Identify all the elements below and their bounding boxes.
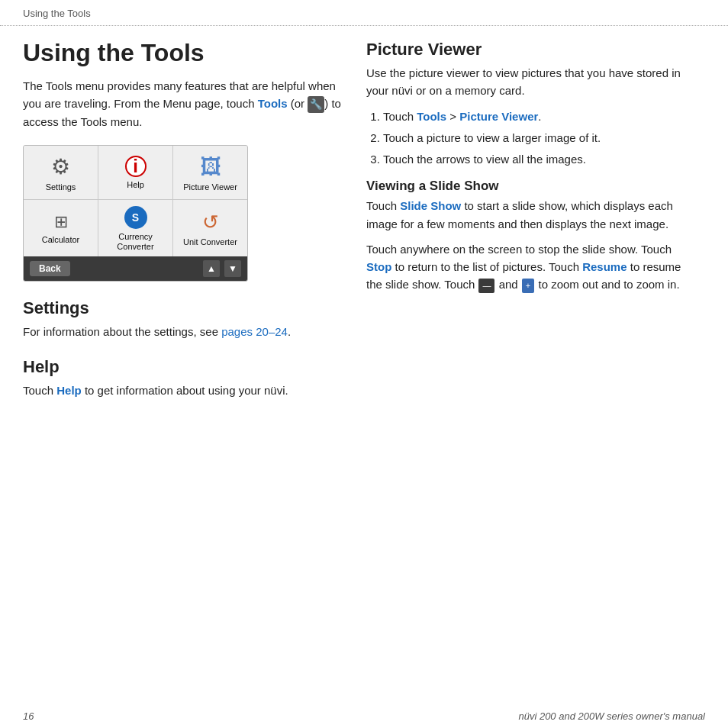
step1-picture-link[interactable]: Picture Viewer	[459, 110, 538, 123]
footer: 16 nüvi 200 and 200W series owner's manu…	[0, 704, 728, 728]
step1-end: .	[538, 110, 541, 123]
step-1: Touch Tools > Picture Viewer.	[383, 108, 687, 125]
right-column: Picture Viewer Use the picture viewer to…	[366, 26, 687, 691]
nav-down-arrow[interactable]: ▼	[224, 260, 241, 277]
settings-text: For information about the settings, see	[23, 325, 221, 338]
slide-show-para2: Touch anywhere on the screen to stop the…	[366, 240, 687, 294]
breadcrumb: Using the Tools	[0, 0, 728, 26]
help-paragraph: Touch Help to get information about usin…	[23, 382, 343, 399]
settings-section-title: Settings	[23, 298, 343, 318]
breadcrumb-text: Using the Tools	[23, 8, 91, 19]
left-column: Using the Tools The Tools menu provides …	[23, 26, 343, 691]
calc-label: Calculator	[42, 235, 80, 245]
help-link[interactable]: Help	[56, 384, 82, 397]
tools-bottom-bar: Back ▲ ▼	[24, 256, 247, 281]
intro-text-mid: (or	[288, 97, 308, 110]
tools-cell-currency: S Currency Converter	[98, 200, 172, 256]
help-text-before: Touch	[23, 384, 56, 397]
slide-show-title: Viewing a Slide Show	[366, 179, 687, 194]
content-area: Using the Tools The Tools menu provides …	[0, 26, 728, 691]
picture-viewer-title: Picture Viewer	[366, 40, 687, 60]
slide-p2-end: to zoom out and to zoom in.	[535, 278, 679, 291]
step1-tools-link[interactable]: Tools	[417, 110, 446, 123]
help-icon: i	[125, 156, 147, 177]
intro-paragraph: The Tools menu provides many features th…	[23, 77, 343, 131]
settings-paragraph: For information about the settings, see …	[23, 323, 343, 340]
step1-text-before: Touch	[383, 110, 417, 123]
step1-sep: >	[446, 110, 459, 123]
help-section-title: Help	[23, 357, 343, 377]
slide-p1-before: Touch	[366, 199, 400, 212]
unit-icon: ↺	[202, 211, 219, 234]
nav-arrows: ▲ ▼	[203, 260, 241, 277]
back-button[interactable]: Back	[30, 261, 70, 276]
picture-label: Picture Viewer	[183, 182, 237, 192]
currency-label: Currency Converter	[101, 232, 169, 252]
slide-show-link[interactable]: Slide Show	[400, 199, 461, 212]
tools-cell-calc: ⊞ Calculator	[24, 200, 98, 256]
currency-icon: S	[124, 206, 147, 229]
unit-label: Unit Converter	[183, 237, 237, 247]
tools-menu-image: ⚙ Settings i Help 🖼 Picture Viewer	[23, 145, 248, 282]
slide-show-para1: Touch Slide Show to start a slide show, …	[366, 197, 687, 233]
zoom-out-button[interactable]: —	[478, 279, 494, 293]
slide-and: and	[495, 278, 520, 291]
settings-pages-link[interactable]: pages 20–24	[221, 325, 288, 338]
picture-icon: 🖼	[200, 154, 221, 179]
settings-label: Settings	[46, 182, 76, 192]
picture-viewer-intro: Use the picture viewer to view pictures …	[366, 64, 687, 100]
settings-icon: ⚙	[51, 154, 70, 179]
help-text-end: to get information about using your nüvi…	[82, 384, 288, 397]
slide-p2-start: Touch anywhere on the screen to stop the…	[366, 243, 672, 256]
zoom-in-button[interactable]: +	[522, 279, 534, 293]
footer-page-number: 16	[23, 710, 34, 722]
tools-cell-settings: ⚙ Settings	[24, 146, 98, 199]
resume-link[interactable]: Resume	[582, 260, 627, 273]
slide-p2-mid: to return to the list of pictures. Touch	[391, 260, 582, 273]
calc-icon: ⊞	[54, 212, 68, 232]
nav-up-arrow[interactable]: ▲	[203, 260, 220, 277]
tools-cell-help: i Help	[98, 146, 172, 199]
tools-icon-inline: 🔧	[308, 96, 324, 113]
page-container: Using the Tools Using the Tools The Tool…	[0, 0, 728, 728]
step-2: Touch a picture to view a larger image o…	[383, 129, 687, 147]
steps-list: Touch Tools > Picture Viewer. Touch a pi…	[366, 108, 687, 169]
tools-link[interactable]: Tools	[258, 97, 288, 110]
page-title: Using the Tools	[23, 40, 343, 66]
settings-end: .	[288, 325, 291, 338]
tools-cell-picture: 🖼 Picture Viewer	[173, 146, 247, 199]
tools-grid: ⚙ Settings i Help 🖼 Picture Viewer	[24, 146, 247, 256]
step-3: Touch the arrows to view all the images.	[383, 150, 687, 168]
help-label: Help	[127, 180, 144, 190]
stop-link[interactable]: Stop	[366, 260, 391, 273]
tools-cell-unit: ↺ Unit Converter	[173, 200, 247, 256]
footer-manual-title: nüvi 200 and 200W series owner's manual	[518, 710, 705, 722]
